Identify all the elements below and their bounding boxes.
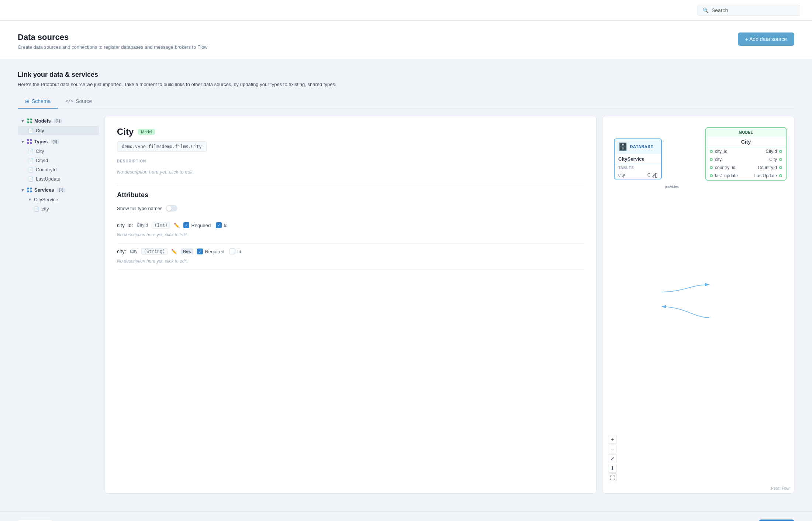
- types-grid-icon: [27, 139, 32, 144]
- db-city-type: City[]: [647, 172, 657, 178]
- sidebar-item-cityid-type[interactable]: 📄 CityId: [18, 156, 99, 165]
- page-title: Data sources: [18, 32, 208, 42]
- tree-section-services: ▼ Services (1) ▼ CityService 📄 city: [18, 185, 99, 213]
- zoom-in-button[interactable]: +: [608, 435, 617, 444]
- tree-section-models: ▼ Models (1) 📄 City: [18, 116, 99, 135]
- city-id-required-check[interactable]: ✓ Required: [183, 222, 211, 228]
- zoom-download-button[interactable]: ⬇: [608, 464, 617, 473]
- services-header[interactable]: ▼ Services (1): [18, 185, 99, 195]
- services-count: (1): [57, 188, 65, 192]
- city-attr-new-badge: New: [181, 248, 193, 254]
- city-id-checkboxes: ✓ Required ✓ Id: [183, 222, 228, 228]
- sidebar-item-lastupdate-type[interactable]: 📄 LastUpdate: [18, 174, 99, 184]
- db-city-name: city: [618, 172, 625, 178]
- source-tab-icon: </>: [65, 99, 73, 104]
- main-content: ▼ Models (1) 📄 City ▼: [0, 109, 812, 511]
- city-id-required-label: Required: [191, 223, 211, 228]
- model-field-city-id-name: city_id: [715, 149, 728, 154]
- city-attr-id-checkbox: [229, 248, 235, 254]
- model-dot-city-id-right: [779, 150, 782, 153]
- city-attr-required-checkbox: ✓: [197, 248, 203, 254]
- model-field-city-name: city: [715, 157, 722, 162]
- link-section-title: Link your data & services: [18, 71, 794, 79]
- city-type-label: City: [36, 148, 44, 154]
- city-attr-checkboxes: ✓ Required Id: [197, 248, 241, 254]
- cityid-type-label: CityId: [36, 158, 48, 163]
- city-id-description[interactable]: No description here yet, click to edit.: [117, 231, 584, 239]
- countryid-type-doc-icon: 📄: [28, 167, 34, 172]
- save-button[interactable]: Save: [759, 520, 794, 521]
- footer: Cancel Save: [0, 511, 812, 521]
- db-node-row-city: city City[]: [615, 171, 661, 179]
- sidebar-item-city-service-child[interactable]: 📄 city: [18, 204, 99, 213]
- model-node-row-country-id: country_id CountryId: [706, 164, 786, 172]
- city-id-edit-icon[interactable]: ✏️: [174, 223, 180, 228]
- zoom-out-button[interactable]: −: [608, 445, 617, 453]
- cityservice-label: CityService: [34, 197, 58, 202]
- model-node: MODEL City city_id CityId city: [705, 127, 787, 181]
- description-placeholder[interactable]: No description here yet, click to edit.: [117, 166, 584, 178]
- sidebar-item-cityservice[interactable]: ▼ CityService: [18, 195, 99, 204]
- sidebar-item-countryid-type[interactable]: 📄 CountryId: [18, 165, 99, 174]
- services-chevron: ▼: [21, 188, 25, 192]
- sidebar-item-city-model[interactable]: 📄 City: [18, 126, 99, 135]
- model-dot-lastupdate-right: [779, 174, 782, 177]
- city-id-id-label: Id: [224, 223, 228, 228]
- services-label: Services: [34, 187, 54, 193]
- attribute-city-id: city_id: CityId (Int) ✏️ ✓ Required ✓ Id…: [117, 217, 584, 244]
- city-attr-edit-icon[interactable]: ✏️: [171, 249, 177, 254]
- types-header[interactable]: ▼ Types (4): [18, 137, 99, 147]
- db-node-header: 🗄️ DATABASE: [615, 139, 661, 154]
- models-count: (1): [54, 119, 62, 123]
- model-header: City Model: [117, 127, 584, 137]
- city-id-id-check[interactable]: ✓ Id: [216, 222, 228, 228]
- city-service-label: city: [42, 206, 49, 212]
- sidebar-item-city-type[interactable]: 📄 City: [18, 147, 99, 156]
- link-section-description: Here's the Protobuf data source we just …: [18, 82, 794, 87]
- show-types-toggle[interactable]: [166, 205, 177, 212]
- attributes-title: Attributes: [117, 191, 584, 199]
- model-field-city-id-type: CityId: [766, 149, 777, 154]
- zoom-fit-button[interactable]: ⤢: [608, 454, 617, 463]
- services-grid-icon: [27, 188, 32, 193]
- models-chevron: ▼: [21, 119, 25, 123]
- toggle-knob: [166, 206, 172, 211]
- city-id-type-bracket: (Int): [152, 222, 170, 229]
- city-attr-required-check[interactable]: ✓ Required: [197, 248, 224, 254]
- types-label: Types: [34, 139, 48, 144]
- tab-schema[interactable]: ⊞ Schema: [18, 95, 58, 109]
- model-path: demo.vyne.filmsdemo.films.City: [117, 141, 207, 152]
- tabs: ⊞ Schema </> Source: [18, 95, 794, 109]
- model-field-last-update-type: LastUpdate: [754, 173, 777, 178]
- tab-source[interactable]: </> Source: [58, 95, 99, 109]
- search-bar[interactable]: 🔍: [697, 5, 800, 16]
- city-attr-id-check[interactable]: Id: [229, 248, 241, 254]
- db-tables-label: TABLES: [615, 164, 661, 171]
- page-header: Data sources Create data sources and con…: [0, 21, 812, 59]
- sidebar: ▼ Models (1) 📄 City ▼: [18, 109, 99, 494]
- city-id-type: CityId: [137, 223, 148, 228]
- zoom-controls: + − ⤢ ⬇ ⛶: [608, 435, 617, 482]
- cityservice-chevron: ▼: [28, 198, 32, 202]
- tree-section-types: ▼ Types (4) 📄 City 📄 CityId 📄: [18, 137, 99, 184]
- search-input[interactable]: [712, 7, 795, 13]
- add-data-source-button[interactable]: + Add data source: [738, 32, 794, 46]
- show-types-label: Show full type names: [117, 206, 163, 211]
- city-attr-required-label: Required: [205, 249, 224, 254]
- divider: [117, 185, 584, 185]
- zoom-expand-button[interactable]: ⛶: [608, 473, 617, 482]
- detail-panel: City Model demo.vyne.filmsdemo.films.Cit…: [105, 116, 597, 494]
- attribute-city-header: city: City (String) ✏️ New ✓ Required Id: [117, 248, 584, 255]
- city-attr-type: City: [130, 249, 138, 254]
- models-grid-icon: [27, 119, 32, 124]
- city-attr-description[interactable]: No description here yet, click to edit.: [117, 257, 584, 265]
- models-header[interactable]: ▼ Models (1): [18, 116, 99, 126]
- model-node-row-last-update: last_update LastUpdate: [706, 172, 786, 180]
- cancel-button[interactable]: Cancel: [18, 519, 52, 521]
- attribute-city-id-header: city_id: CityId (Int) ✏️ ✓ Required ✓ Id: [117, 222, 584, 229]
- model-node-header: MODEL: [706, 128, 786, 137]
- city-attr-id-label: Id: [237, 249, 241, 254]
- city-model-label: City: [36, 128, 44, 133]
- model-node-title: City: [706, 137, 786, 147]
- city-model-doc-icon: 📄: [28, 128, 34, 133]
